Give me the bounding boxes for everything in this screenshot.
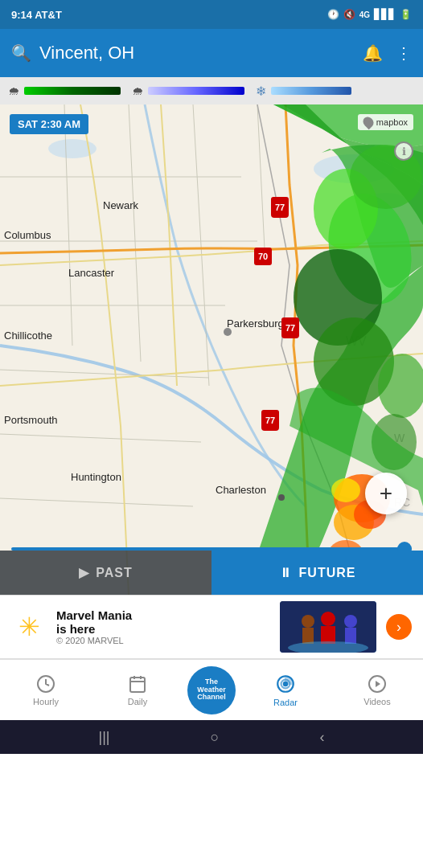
snow-gradient: [148, 87, 244, 95]
city-label-parkersburg: Parkersburg: [227, 317, 284, 330]
header-actions: 🔔 ⋮: [363, 43, 412, 63]
ad-banner[interactable]: ✳ Marvel Mania is here © 2020 MARVEL ›: [0, 595, 423, 659]
snow-gradient-2: [271, 87, 351, 95]
city-label-columbus: Columbus: [4, 229, 51, 241]
svg-rect-35: [345, 628, 356, 644]
city-label-portsmouth: Portsmouth: [4, 414, 57, 426]
svg-rect-31: [302, 628, 314, 644]
walmart-logo: ✳: [11, 609, 47, 645]
search-icon[interactable]: 🔍: [11, 43, 31, 63]
svg-marker-46: [376, 681, 380, 687]
svg-text:W: W: [394, 432, 405, 444]
mapbox-badge: mapbox: [358, 114, 413, 130]
app-header: 🔍 Vincent, OH 🔔 ⋮: [0, 29, 423, 77]
svg-point-2: [314, 154, 394, 183]
radar-icon: [275, 674, 296, 694]
nav-label-daily: Daily: [128, 697, 147, 706]
highway-shield-77-top: 77: [271, 197, 289, 218]
walmart-spark-icon: ✳: [18, 612, 40, 642]
system-menu-button[interactable]: |||: [99, 729, 110, 746]
ad-image: [280, 601, 376, 653]
more-options-icon[interactable]: ⋮: [396, 43, 412, 63]
alarm-icon: 🕐: [327, 9, 339, 20]
city-label-chillicothe: Chillicothe: [4, 330, 52, 342]
date-time-badge: SAT 2:30 AM: [10, 114, 88, 134]
city-dot-charleston: [278, 494, 285, 501]
svg-point-30: [302, 615, 314, 628]
svg-point-34: [344, 615, 357, 628]
status-bar: 9:14 AT&T 🕐 🔇 4G ▋▋▋ 🔋: [0, 0, 423, 29]
svg-rect-33: [321, 626, 335, 644]
info-button[interactable]: ℹ: [394, 141, 413, 161]
nav-item-weather-channel[interactable]: TheWeatherChannel: [183, 660, 240, 720]
legend-bar: 🌧 🌧 ❄: [0, 77, 423, 104]
svg-text:WV: WV: [346, 334, 367, 348]
play-icon: ▶: [79, 565, 89, 580]
bottom-nav: Hourly Daily TheWeatherChannel Radar: [0, 659, 423, 720]
svg-rect-38: [130, 678, 145, 692]
notification-icon[interactable]: 🔔: [363, 43, 383, 63]
status-icons: 🕐 🔇 4G ▋▋▋ 🔋: [327, 9, 412, 20]
city-label-lancaster: Lancaster: [68, 267, 114, 279]
pause-icon: ⏸: [279, 566, 293, 580]
ad-cta-arrow[interactable]: ›: [386, 614, 412, 640]
system-nav: ||| ○ ‹: [0, 720, 423, 754]
mute-icon: 🔇: [343, 9, 355, 20]
map-container[interactable]: WV W RC: [0, 104, 423, 595]
past-button[interactable]: ▶ PAST: [0, 551, 212, 595]
snowflake-icon: ❄: [256, 84, 266, 99]
ad-subtitle: is here: [56, 622, 270, 636]
system-home-button[interactable]: ○: [211, 729, 220, 746]
location-title[interactable]: Vincent, OH: [39, 43, 355, 63]
battery-icon: 🔋: [400, 9, 412, 20]
future-button[interactable]: ⏸ FUTURE: [212, 551, 423, 595]
nav-item-radar[interactable]: Radar: [240, 660, 331, 720]
signal-icon: ▋▋▋: [374, 9, 396, 20]
mapbox-pin-icon: [361, 115, 376, 129]
rain-gradient: [24, 87, 121, 95]
nav-label-hourly: Hourly: [33, 697, 59, 706]
play-circle-icon: [368, 674, 387, 694]
clock-icon: [36, 674, 55, 694]
map-background: WV W RC: [0, 104, 423, 595]
svg-point-3: [366, 193, 406, 209]
highway-shield-77-bot: 77: [261, 410, 279, 431]
highway-shield-77-mid: 77: [281, 317, 299, 338]
ad-title: Marvel Mania: [56, 608, 270, 622]
lte-icon: 4G: [359, 10, 370, 19]
zoom-in-button[interactable]: +: [365, 473, 407, 514]
city-label-charleston: Charleston: [216, 484, 266, 496]
snow-legend-icon: 🌧: [132, 84, 143, 97]
nav-label-radar: Radar: [273, 698, 298, 707]
status-time-carrier: 9:14 AT&T: [11, 9, 62, 21]
svg-point-44: [284, 682, 287, 685]
nav-item-hourly[interactable]: Hourly: [0, 660, 92, 720]
city-dot-parkersburg: [224, 328, 232, 336]
weather-channel-button[interactable]: TheWeatherChannel: [187, 666, 236, 714]
svg-point-32: [321, 612, 335, 626]
city-label-huntington: Huntington: [71, 471, 121, 483]
nav-label-videos: Videos: [363, 697, 390, 706]
system-back-button[interactable]: ‹: [319, 729, 324, 746]
ad-text-block: Marvel Mania is here © 2020 MARVEL: [56, 608, 270, 645]
city-label-newark: Newark: [103, 199, 138, 211]
nav-item-daily[interactable]: Daily: [92, 660, 183, 720]
calendar-icon: [128, 674, 147, 694]
ad-copyright: © 2020 MARVEL: [56, 636, 270, 645]
highway-shield-70: 70: [254, 248, 272, 265]
nav-item-videos[interactable]: Videos: [331, 660, 423, 720]
rain-legend-icon: 🌧: [8, 84, 19, 97]
time-controls: ▶ PAST ⏸ FUTURE: [0, 551, 423, 595]
